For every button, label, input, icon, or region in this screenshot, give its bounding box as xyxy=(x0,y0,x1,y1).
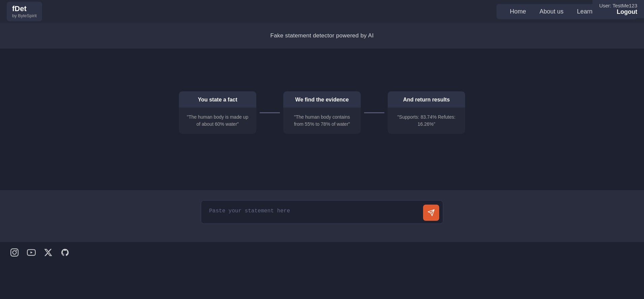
connector-1 xyxy=(260,112,280,113)
input-section xyxy=(0,190,644,242)
nav-home[interactable]: Home xyxy=(503,7,533,17)
user-block: User: TestMe123 Logout xyxy=(592,0,644,18)
svg-point-3 xyxy=(13,251,17,255)
footer xyxy=(0,242,644,265)
youtube-icon[interactable] xyxy=(27,248,36,259)
connector-2 xyxy=(364,112,384,113)
main-content: You state a fact "The human body is made… xyxy=(0,49,644,190)
subtitle-text: Fake statement detector powered by AI xyxy=(270,32,374,39)
step-card-3: And return results "Supports: 83.74% Ref… xyxy=(388,91,465,134)
instagram-icon[interactable] xyxy=(10,248,19,259)
step-title-2: We find the evidence xyxy=(283,91,361,108)
input-wrapper xyxy=(201,200,443,225)
header: fDet by ByteSpirit Home About us Learn G… xyxy=(0,0,644,23)
subtitle-bar: Fake statement detector powered by AI xyxy=(0,23,644,49)
step-card-2: We find the evidence "The human body con… xyxy=(283,91,361,134)
step-example-3: "Supports: 83.74% Refutes: 16.26%" xyxy=(388,108,465,134)
step-example-1: "The human body is made up of about 60% … xyxy=(179,108,256,134)
svg-point-4 xyxy=(16,250,17,251)
twitter-icon[interactable] xyxy=(44,248,53,259)
steps-row: You state a fact "The human body is made… xyxy=(179,91,465,134)
send-icon xyxy=(427,209,435,216)
step-title-1: You state a fact xyxy=(179,91,256,108)
step-example-2: "The human body contains from 55% to 78%… xyxy=(283,108,361,134)
step-title-3: And return results xyxy=(388,91,465,108)
logout-button[interactable]: Logout xyxy=(617,8,637,16)
github-icon[interactable] xyxy=(61,248,69,259)
logo-title: fDet xyxy=(12,4,37,13)
svg-marker-5 xyxy=(31,251,33,254)
submit-button[interactable] xyxy=(423,205,439,221)
statement-input[interactable] xyxy=(201,200,443,224)
step-card-1: You state a fact "The human body is made… xyxy=(179,91,256,134)
logo: fDet by ByteSpirit xyxy=(7,2,42,21)
user-name: User: TestMe123 xyxy=(599,3,637,8)
svg-rect-2 xyxy=(11,249,18,256)
logo-subtitle: by ByteSpirit xyxy=(12,13,37,19)
nav-about[interactable]: About us xyxy=(533,7,570,17)
